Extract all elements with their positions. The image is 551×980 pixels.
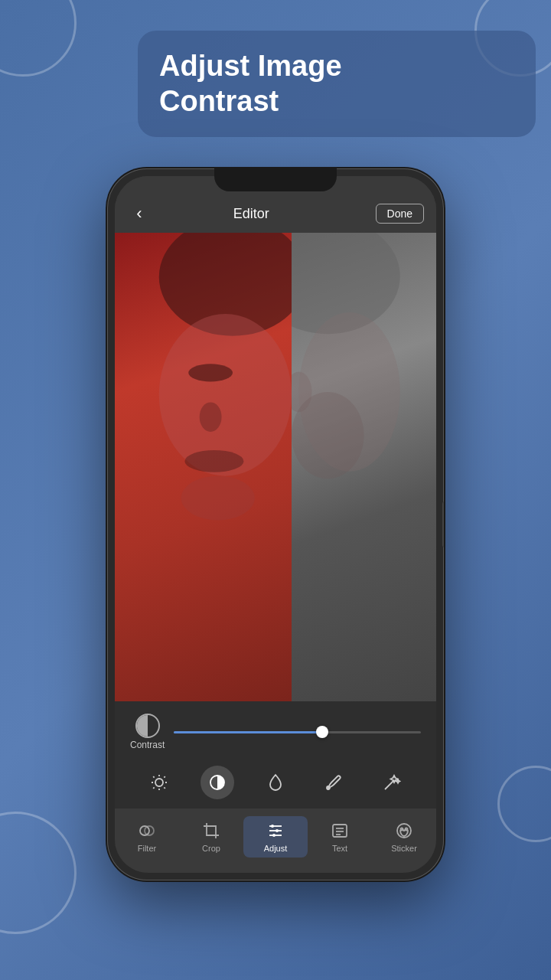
contrast-row: Contrast bbox=[130, 714, 421, 750]
filter-nav-label: Filter bbox=[138, 844, 156, 853]
bottom-area: Contrast bbox=[115, 701, 436, 873]
svg-point-25 bbox=[271, 825, 274, 828]
svg-line-16 bbox=[164, 787, 165, 788]
done-button[interactable]: Done bbox=[376, 204, 424, 224]
crop-nav-label: Crop bbox=[202, 844, 220, 853]
sticker-nav-icon bbox=[394, 821, 414, 841]
svg-point-9 bbox=[292, 392, 364, 479]
brush-tool-button[interactable] bbox=[317, 766, 350, 799]
text-nav-icon bbox=[330, 821, 350, 841]
svg-point-27 bbox=[276, 829, 279, 832]
crop-nav-icon bbox=[201, 821, 221, 841]
nav-sticker[interactable]: Sticker bbox=[372, 816, 436, 858]
sun-icon bbox=[150, 773, 168, 792]
wand-icon bbox=[383, 773, 401, 792]
svg-point-3 bbox=[200, 402, 222, 432]
contrast-label: Contrast bbox=[130, 740, 165, 750]
svg-line-15 bbox=[153, 776, 154, 777]
contrast-icon bbox=[135, 714, 160, 738]
contrast-slider-track[interactable] bbox=[174, 731, 421, 733]
text-nav-label: Text bbox=[332, 844, 347, 853]
saturation-tool-button[interactable] bbox=[259, 766, 292, 799]
wand-tool-button[interactable] bbox=[375, 766, 409, 799]
adjust-nav-icon bbox=[266, 821, 285, 841]
phone-screen: ‹ Editor Done bbox=[115, 176, 436, 873]
brightness-tool-button[interactable] bbox=[142, 766, 176, 799]
sticker-nav-label: Sticker bbox=[391, 844, 417, 853]
nav-filter[interactable]: Filter bbox=[115, 816, 179, 858]
drop-icon bbox=[266, 773, 285, 792]
svg-point-2 bbox=[188, 364, 233, 381]
svg-point-29 bbox=[272, 834, 276, 837]
svg-point-36 bbox=[406, 828, 408, 831]
sticker-icon bbox=[395, 822, 413, 840]
adjust-icon bbox=[266, 822, 285, 840]
phone-frame: ‹ Editor Done bbox=[107, 168, 444, 880]
image-left-panel bbox=[115, 233, 292, 701]
face-svg-right bbox=[292, 233, 436, 638]
text-icon bbox=[331, 822, 349, 840]
editor-title: Editor bbox=[127, 206, 376, 222]
svg-point-10 bbox=[155, 779, 163, 786]
crop-icon bbox=[202, 822, 220, 840]
side-button bbox=[442, 501, 444, 547]
contrast-tool-button[interactable] bbox=[201, 766, 234, 799]
nav-crop[interactable]: Crop bbox=[179, 816, 243, 858]
bottom-nav: Filter Crop bbox=[115, 808, 436, 873]
svg-point-35 bbox=[401, 828, 403, 831]
nav-text[interactable]: Text bbox=[308, 816, 372, 858]
filter-icon bbox=[138, 822, 156, 840]
nav-adjust[interactable]: Adjust bbox=[243, 816, 308, 858]
svg-point-5 bbox=[181, 476, 255, 521]
image-right-panel bbox=[292, 233, 436, 701]
phone-notch bbox=[214, 168, 337, 191]
tool-icons-row bbox=[115, 758, 436, 808]
face-svg-left bbox=[115, 233, 292, 645]
contrast-slider-thumb[interactable] bbox=[316, 726, 328, 738]
svg-line-17 bbox=[153, 787, 154, 788]
phone-container: ‹ Editor Done bbox=[107, 168, 444, 880]
image-area bbox=[115, 233, 436, 701]
svg-point-4 bbox=[184, 450, 243, 472]
svg-line-21 bbox=[385, 780, 394, 789]
filter-nav-icon bbox=[137, 821, 157, 841]
title-card: Adjust Image Contrast bbox=[138, 31, 536, 137]
contrast-section: Contrast bbox=[115, 701, 436, 758]
brush-icon bbox=[324, 773, 343, 792]
contrast-tool-icon bbox=[208, 773, 227, 792]
contrast-slider-fill bbox=[174, 731, 322, 733]
svg-line-18 bbox=[164, 776, 165, 777]
title-text: Adjust Image Contrast bbox=[159, 49, 514, 119]
adjust-nav-label: Adjust bbox=[264, 844, 288, 853]
